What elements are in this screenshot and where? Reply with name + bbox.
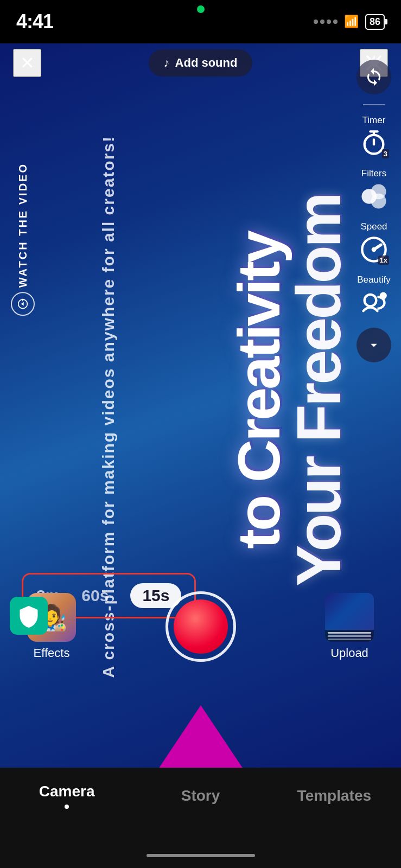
home-indicator <box>147 854 255 857</box>
bottom-controls-bar: 🧑‍🎨 Effects Upload <box>0 583 401 670</box>
music-note-icon: ♪ <box>164 56 170 70</box>
wifi-icon: 📶 <box>344 15 359 29</box>
add-sound-button[interactable]: ♪ Add sound <box>149 49 253 76</box>
filters-icon <box>359 181 389 212</box>
camera-indicator <box>197 5 205 13</box>
watch-icon <box>11 292 35 316</box>
tab-story-label: Story <box>181 787 220 805</box>
filters-control[interactable]: Filters <box>359 168 389 212</box>
tab-camera-label: Camera <box>39 783 95 800</box>
nav-tabs: Camera Story Templates <box>0 768 401 809</box>
status-time: 4:41 <box>16 10 53 33</box>
tab-story[interactable]: Story <box>133 787 267 805</box>
bottom-nav: Camera Story Templates <box>0 768 401 868</box>
tab-templates-label: Templates <box>297 787 371 805</box>
battery-icon: 86 <box>365 14 385 30</box>
right-controls: Timer 3 Filters <box>357 60 391 362</box>
more-controls-button[interactable] <box>357 328 391 362</box>
timer-control[interactable]: Timer 3 <box>359 115 389 158</box>
upload-thumbnail <box>325 593 374 642</box>
svg-marker-4 <box>21 302 24 306</box>
beautify-icon <box>359 288 389 318</box>
hero-text-creativity: to Creativity <box>232 232 285 549</box>
svg-point-17 <box>380 292 387 299</box>
hero-text-freedom: Your Freedom <box>291 194 347 586</box>
watch-video-button[interactable]: WATCH THE VIDEO <box>11 163 35 316</box>
beautify-control[interactable]: Beautify <box>357 275 390 318</box>
close-button[interactable]: ✕ <box>13 49 41 77</box>
active-tab-indicator <box>65 805 69 809</box>
timer-icon: 3 <box>359 128 389 158</box>
signal-dots <box>314 20 338 24</box>
upload-button[interactable]: Upload <box>325 593 374 660</box>
chevron-down-icon <box>366 337 381 353</box>
status-icons: 📶 86 <box>314 14 385 30</box>
upload-label: Upload <box>330 646 368 660</box>
controls-divider <box>363 104 385 105</box>
effects-label: Effects <box>34 646 70 660</box>
record-inner <box>174 599 228 654</box>
speed-icon: 1x <box>359 234 389 265</box>
flip-camera-button[interactable] <box>357 60 391 94</box>
record-button[interactable] <box>166 591 236 662</box>
camera-viewport: ✕ ♪ Add sound WATCH THE VIDEO <box>0 43 401 770</box>
timer-badge: 3 <box>382 149 389 158</box>
tab-templates[interactable]: Templates <box>268 787 401 805</box>
watch-video-label: WATCH THE VIDEO <box>17 163 29 288</box>
magenta-accent <box>157 705 244 770</box>
top-controls: ✕ ♪ Add sound <box>0 49 401 77</box>
status-bar: 4:41 📶 86 <box>0 0 401 43</box>
floating-shield-icon <box>10 597 48 635</box>
svg-point-16 <box>365 294 377 306</box>
speed-control[interactable]: Speed 1x <box>359 221 389 265</box>
svg-point-13 <box>371 193 386 208</box>
speed-badge: 1x <box>378 256 389 265</box>
tab-camera[interactable]: Camera <box>0 783 133 809</box>
svg-point-15 <box>372 247 377 252</box>
